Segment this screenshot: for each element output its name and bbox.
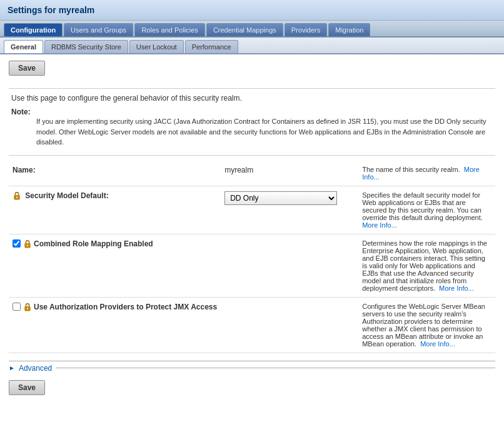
use-auth-checkbox[interactable] <box>13 303 21 311</box>
name-label: Name: <box>9 161 221 186</box>
separator-fields <box>9 155 495 156</box>
name-help: The name of this security realm. More In… <box>358 161 495 186</box>
main-tab-row: Configuration Users and Groups Roles and… <box>0 21 504 38</box>
security-model-help: Specifies the default security model for… <box>358 186 495 234</box>
security-model-select[interactable]: DD Only Advanced Custom Roles Custom Rol… <box>224 191 337 205</box>
table-row: Security Model Default: DD Only Advanced… <box>9 186 495 234</box>
title-bar: Settings for myrealm <box>0 0 504 21</box>
page-title: Settings for myrealm <box>8 5 496 15</box>
tab-providers[interactable]: Providers <box>285 23 327 36</box>
subtab-rdbms[interactable]: RDBMS Security Store <box>44 40 128 53</box>
tab-credential-mappings[interactable]: Credential Mappings <box>206 23 283 36</box>
separator-top <box>9 88 495 89</box>
svg-point-3 <box>27 244 28 246</box>
security-model-label: Security Model Default: <box>9 186 221 234</box>
subtab-row: General RDBMS Security Store User Lockou… <box>0 38 504 54</box>
description-text: Use this page to configure the general b… <box>9 94 495 103</box>
svg-point-5 <box>27 308 28 309</box>
use-auth-label: Use Authorization Providers to Protect J… <box>9 297 221 353</box>
note-block: Note: If you are implementing security u… <box>9 108 495 148</box>
svg-point-1 <box>16 197 18 198</box>
save-button-bottom[interactable]: Save <box>9 380 45 395</box>
form-table: Name: myrealm The name of this security … <box>9 161 495 353</box>
advanced-arrow-icon: ► <box>9 364 15 371</box>
save-button-top[interactable]: Save <box>9 61 45 76</box>
advanced-section: ► Advanced <box>9 361 495 373</box>
tab-migration[interactable]: Migration <box>328 23 370 36</box>
note-text: If you are implementing security using J… <box>36 116 493 148</box>
security-model-value: DD Only Advanced Custom Roles Custom Rol… <box>221 186 358 234</box>
note-label: Note: <box>11 108 31 116</box>
combined-role-checkbox[interactable] <box>13 239 21 248</box>
use-auth-more-info[interactable]: More Info... <box>420 340 455 348</box>
combined-role-label: Combined Role Mapping Enabled <box>9 234 221 297</box>
security-model-icon <box>13 191 25 200</box>
advanced-label: Advanced <box>19 364 52 373</box>
tab-users-groups[interactable]: Users and Groups <box>64 23 133 36</box>
subtab-general[interactable]: General <box>4 40 43 53</box>
combined-role-help: Determines how the role mappings in the … <box>358 234 495 297</box>
bottom-save-area: Save <box>9 380 495 403</box>
tab-roles-policies[interactable]: Roles and Policies <box>134 23 205 36</box>
content-area: Save Use this page to configure the gene… <box>0 54 504 409</box>
combined-role-more-info[interactable]: More Info... <box>439 284 474 292</box>
table-row: Use Authorization Providers to Protect J… <box>9 297 495 353</box>
security-model-more-info[interactable]: More Info... <box>362 221 397 229</box>
advanced-line <box>56 368 495 368</box>
subtab-performance[interactable]: Performance <box>185 40 238 53</box>
tab-configuration[interactable]: Configuration <box>4 23 63 36</box>
use-auth-help: Configures the WebLogic Server MBean ser… <box>358 297 495 353</box>
table-row: Name: myrealm The name of this security … <box>9 161 495 186</box>
name-value: myrealm <box>221 161 358 186</box>
table-row: Combined Role Mapping Enabled Determines… <box>9 234 495 297</box>
advanced-toggle[interactable]: ► Advanced <box>9 364 495 373</box>
subtab-user-lockout[interactable]: User Lockout <box>129 40 184 53</box>
